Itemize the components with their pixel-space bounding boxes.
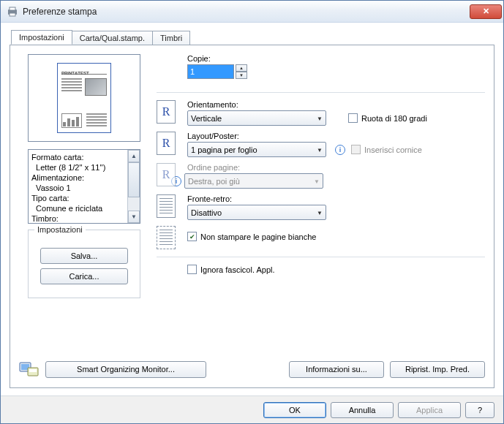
bottom-bar: Smart Organizing Monitor... Informazioni… <box>19 354 485 379</box>
tab-stamps[interactable]: Timbri <box>152 31 190 45</box>
right-column: Copie: ▲ ▼ R <box>149 54 485 354</box>
skipblank-checkbox[interactable]: ✔ <box>187 232 197 241</box>
scroll-down-icon[interactable]: ▼ <box>128 211 140 223</box>
restore-defaults-button[interactable]: Riprist. Imp. Pred. <box>390 361 485 378</box>
chevron-down-icon: ▼ <box>317 115 323 121</box>
monitor-icon <box>19 360 40 379</box>
chevron-down-icon: ▼ <box>314 178 320 184</box>
copies-input[interactable] <box>187 64 234 79</box>
left-column: PRINT&TEST Formato carta: Letter (8 1/2'… <box>19 54 149 354</box>
summary-scrollbar[interactable]: ▲ ▼ <box>127 150 140 223</box>
close-icon: ✕ <box>483 7 489 16</box>
chevron-down-icon: ▼ <box>317 146 323 153</box>
insert-frame-label: Inserisci cornice <box>364 145 422 154</box>
skipblank-label: Non stampare le pagine bianche <box>200 232 316 241</box>
ignore-collate-checkbox[interactable] <box>187 265 197 274</box>
rotate180-checkbox[interactable] <box>348 113 358 123</box>
tab-pane: PRINT&TEST Formato carta: Letter (8 1/2'… <box>10 45 494 388</box>
pageorder-label: Ordine pagine: <box>187 163 485 172</box>
window-title: Preferenze stampa <box>23 7 470 17</box>
scroll-thumb[interactable] <box>128 162 140 197</box>
tab-settings[interactable]: Impostazioni <box>11 30 72 45</box>
copies-up-icon[interactable]: ▲ <box>236 64 247 72</box>
copies-down-icon[interactable]: ▼ <box>236 72 247 79</box>
window: Preferenze stampa ✕ Impostazioni Carta/Q… <box>0 0 504 424</box>
svg-rect-6 <box>29 369 37 372</box>
dialog-footer: OK Annulla Applica ? <box>1 395 503 423</box>
tab-strip: Impostazioni Carta/Qual.stamp. Timbri <box>11 29 494 45</box>
page-preview: PRINT&TEST <box>28 54 140 142</box>
tab-paper-quality[interactable]: Carta/Qual.stamp. <box>72 31 153 45</box>
summary-content: Formato carta: Letter (8 1/2'' x 11'') A… <box>29 150 127 223</box>
orientation-thumb: R <box>157 100 176 124</box>
help-button[interactable]: ? <box>465 402 494 418</box>
settings-group-label: Impostazioni <box>34 225 86 234</box>
orientation-select[interactable]: Verticale▼ <box>187 110 326 126</box>
info-icon[interactable]: i <box>335 145 345 155</box>
titlebar: Preferenze stampa ✕ <box>1 1 503 23</box>
duplex-thumb <box>157 194 176 218</box>
rotate180-label: Ruota di 180 gradi <box>361 114 427 123</box>
save-button[interactable]: Salva... <box>40 248 128 264</box>
insert-frame-checkbox <box>351 145 361 154</box>
cancel-button[interactable]: Annulla <box>331 402 394 418</box>
layout-thumb: R <box>157 132 176 155</box>
duplex-select[interactable]: Disattivo▼ <box>187 205 326 220</box>
apply-button: Applica <box>398 402 461 418</box>
svg-rect-1 <box>10 7 15 10</box>
about-button[interactable]: Informazioni su... <box>289 361 384 378</box>
printer-icon <box>7 6 18 18</box>
scroll-up-icon[interactable]: ▲ <box>128 150 140 162</box>
ok-button[interactable]: OK <box>263 402 326 418</box>
layout-label: Layout/Poster: <box>187 132 485 140</box>
client-area: Impostazioni Carta/Qual.stamp. Timbri PR… <box>1 23 503 395</box>
pageorder-thumb: R <box>157 163 176 186</box>
load-button[interactable]: Carica... <box>40 268 128 284</box>
copies-label: Copie: <box>187 54 485 63</box>
copies-spinner[interactable]: ▲ ▼ <box>187 64 485 79</box>
skipblank-thumb <box>157 226 176 249</box>
svg-rect-2 <box>10 13 15 16</box>
preview-page: PRINT&TEST <box>57 63 111 133</box>
ignore-collate-label: Ignora fascicol. Appl. <box>200 265 275 274</box>
summary-list[interactable]: Formato carta: Letter (8 1/2'' x 11'') A… <box>28 149 140 224</box>
duplex-label: Fronte-retro: <box>187 194 485 203</box>
layout-select[interactable]: 1 pagina per foglio▼ <box>187 142 326 157</box>
smart-organizing-monitor-button[interactable]: Smart Organizing Monitor... <box>45 361 206 378</box>
settings-group: Impostazioni Salva... Carica... <box>28 230 140 298</box>
pageorder-select: Destra, poi giù▼ <box>184 173 323 189</box>
close-button[interactable]: ✕ <box>470 4 502 19</box>
orientation-label: Orientamento: <box>187 100 485 109</box>
chevron-down-icon: ▼ <box>317 209 323 216</box>
